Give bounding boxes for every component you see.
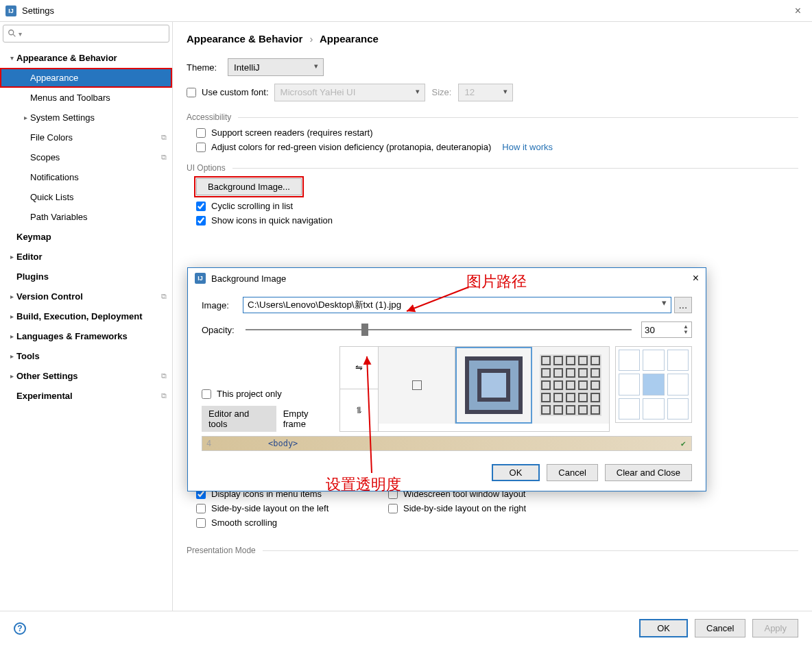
anchor-mc[interactable] [643, 374, 664, 395]
opacity-value-input[interactable] [645, 325, 672, 335]
close-icon[interactable]: × [789, 5, 807, 17]
dialog-titlebar: IJ Background Image × [188, 268, 706, 289]
section-presentation: Presentation Mode [187, 546, 798, 555]
opacity-spinner[interactable]: ▲▼ [641, 321, 692, 338]
titlebar: IJ Settings × [0, 0, 812, 22]
side-by-side-layout-on-the-right-label: Side-by-side layout on the right [403, 503, 526, 513]
fill-scale-option[interactable] [455, 347, 532, 424]
side-by-side-layout-on-the-right-checkbox[interactable] [388, 504, 398, 513]
opacity-slider[interactable] [246, 329, 632, 330]
anchor-ml[interactable] [619, 374, 640, 395]
sidebar-item-path-variables[interactable]: Path Variables [0, 207, 172, 227]
settings-tree: ▾Appearance & BehaviorAppearanceMenus an… [0, 45, 172, 611]
flip-vertical-button[interactable]: ⥮ [340, 389, 378, 431]
background-image-dialog: IJ Background Image × Image: ▾ … Opacity… [187, 267, 706, 491]
sidebar-item-other-settings[interactable]: ▸Other Settings⧉ [0, 366, 172, 386]
smooth-scrolling-label: Smooth scrolling [211, 518, 277, 528]
sidebar-item-file-colors[interactable]: File Colors⧉ [0, 127, 172, 147]
project-only-checkbox[interactable] [202, 389, 211, 399]
sidebar-item-editor[interactable]: ▸Editor [0, 247, 172, 267]
opacity-label: Opacity: [202, 325, 243, 335]
app-icon: IJ [5, 5, 16, 16]
settings-apply-button[interactable]: Apply [752, 619, 798, 637]
search-dropdown-icon[interactable]: ▾ [19, 30, 22, 38]
custom-font-checkbox[interactable] [187, 88, 196, 97]
breadcrumb-sep: › [309, 33, 313, 45]
image-path-input[interactable] [248, 297, 653, 313]
tab-empty-frame[interactable]: Empty frame [276, 406, 339, 432]
size-label: Size: [432, 87, 452, 97]
dialog-cancel-button[interactable]: Cancel [547, 464, 597, 481]
dialog-close-icon[interactable]: × [693, 272, 699, 284]
show-icons-checkbox[interactable] [196, 216, 206, 226]
screen-readers-checkbox[interactable] [196, 128, 206, 138]
anchor-tr[interactable] [667, 350, 689, 371]
settings-cancel-button[interactable]: Cancel [695, 619, 745, 637]
sidebar-item-build-execution-deployment[interactable]: ▸Build, Execution, Deployment [0, 306, 172, 326]
show-icons-label: Show icons in quick navigation [211, 215, 333, 226]
anchor-bl[interactable] [619, 398, 640, 419]
breadcrumb: Appearance & Behavior › Appearance [187, 33, 798, 45]
dialog-ok-button[interactable]: OK [492, 464, 540, 481]
section-ui-options: UI Options [187, 163, 798, 173]
sidebar-item-languages-frameworks[interactable]: ▸Languages & Frameworks [0, 326, 172, 346]
browse-button[interactable]: … [674, 297, 692, 313]
preview-check-icon: ✔ [681, 439, 686, 448]
breadcrumb-parent[interactable]: Appearance & Behavior [187, 33, 302, 45]
sidebar-item-system-settings[interactable]: ▸System Settings [0, 108, 172, 127]
image-path-combo[interactable]: ▾ [243, 297, 671, 313]
anchor-tl[interactable] [619, 350, 640, 371]
dialog-app-icon: IJ [195, 273, 206, 284]
anchor-bc[interactable] [643, 398, 664, 419]
preview-bar: 4 <body> ✔ [202, 436, 692, 451]
svg-point-0 [9, 30, 14, 35]
fill-tile-option[interactable] [532, 347, 609, 424]
theme-select[interactable]: IntelliJ [228, 58, 324, 76]
sidebar-item-plugins[interactable]: Plugins [0, 267, 172, 287]
anchor-br[interactable] [667, 398, 689, 419]
cyclic-scroll-label: Cyclic scrolling in list [211, 201, 293, 211]
sidebar-item-notifications[interactable]: Notifications [0, 167, 172, 187]
font-select[interactable]: Microsoft YaHei UI [274, 84, 425, 101]
bottom-bar: ? OK Cancel Apply [0, 611, 812, 645]
image-path-dropdown-icon[interactable]: ▾ [662, 297, 667, 308]
sidebar-item-tools[interactable]: ▸Tools [0, 346, 172, 366]
opacity-thumb[interactable] [361, 324, 368, 336]
help-button[interactable]: ? [14, 622, 26, 635]
anchor-tc[interactable] [643, 350, 664, 371]
dialog-clear-close-button[interactable]: Clear and Close [605, 464, 692, 481]
preview-line-number: 4 [206, 439, 268, 448]
flip-horizontal-button[interactable]: ⇋ [340, 347, 378, 389]
sidebar-item-keymap[interactable]: Keymap [0, 227, 172, 247]
tab-editor-and-tools[interactable]: Editor and tools [202, 406, 276, 432]
sidebar-item-quick-lists[interactable]: Quick Lists [0, 187, 172, 207]
screen-readers-label: Support screen readers (requires restart… [211, 127, 373, 138]
sidebar-item-appearance-behavior[interactable]: ▾Appearance & Behavior [0, 48, 172, 68]
sidebar-item-experimental[interactable]: Experimental⧉ [0, 386, 172, 406]
svg-rect-3 [479, 371, 508, 400]
anchor-mr[interactable] [667, 374, 689, 395]
preview-code: <body> [268, 439, 298, 448]
sidebar-item-scopes[interactable]: Scopes⧉ [0, 147, 172, 167]
anchor-grid [615, 346, 692, 423]
smooth-scrolling-checkbox[interactable] [196, 518, 206, 528]
search-input[interactable]: ▾ [3, 25, 169, 42]
settings-ok-button[interactable]: OK [639, 619, 688, 637]
breadcrumb-current: Appearance [320, 33, 379, 45]
fill-plain-option[interactable] [379, 347, 455, 424]
adjust-colors-checkbox[interactable] [196, 143, 206, 152]
theme-label: Theme: [187, 62, 228, 73]
sidebar: ▾ ▾Appearance & BehaviorAppearanceMenus … [0, 22, 173, 611]
how-it-works-link[interactable]: How it works [502, 142, 553, 152]
adjust-colors-label: Adjust colors for red-green vision defic… [211, 142, 491, 152]
cyclic-scroll-checkbox[interactable] [196, 202, 206, 211]
side-by-side-layout-on-the-left-checkbox[interactable] [196, 504, 206, 513]
project-only-label: This project only [217, 389, 282, 399]
custom-font-label: Use custom font: [202, 87, 269, 97]
sidebar-item-version-control[interactable]: ▸Version Control⧉ [0, 287, 172, 306]
background-image-button[interactable]: Background Image... [196, 178, 302, 195]
section-accessibility: Accessibility [187, 112, 798, 122]
size-select[interactable]: 12 [458, 84, 513, 101]
sidebar-item-appearance[interactable]: Appearance [0, 68, 172, 88]
sidebar-item-menus-and-toolbars[interactable]: Menus and Toolbars [0, 88, 172, 108]
